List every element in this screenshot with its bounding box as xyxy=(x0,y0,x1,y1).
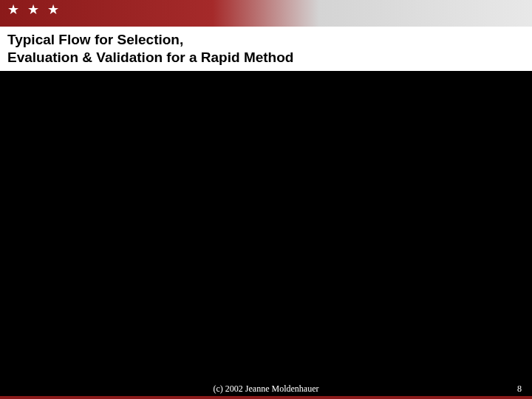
arrow-icon xyxy=(359,152,365,157)
connector xyxy=(161,154,162,188)
footer-stripe xyxy=(0,396,532,399)
connector xyxy=(59,132,60,188)
page-number: 8 xyxy=(517,383,522,395)
flag-stars-icon: ★ ★ ★ xyxy=(7,1,61,18)
arrow-icon xyxy=(325,220,330,226)
connector xyxy=(362,154,363,197)
node-determine-requirements: Determine what test requirements and spe… xyxy=(22,188,100,262)
connector xyxy=(471,154,508,154)
node-continue-existing: Continue using existing method xyxy=(272,97,405,113)
footer: (c) 2002 Jeanne Moldenhauer 8 xyxy=(0,383,532,395)
arrow-icon xyxy=(266,102,271,108)
arrow-icon xyxy=(219,220,224,226)
arrow-icon xyxy=(56,183,62,188)
arrow-icon xyxy=(426,220,431,226)
header-banner: ★ ★ ★ xyxy=(0,0,532,27)
node-look-alternate: Look at alternate methods and see if the… xyxy=(123,188,201,262)
title-line-1: Typical Flow for Selection, xyxy=(7,32,183,47)
connector xyxy=(508,154,509,189)
arrow-icon xyxy=(118,220,123,226)
node-feasibility-testing: Perform sufficient feasibility proof of … xyxy=(223,194,301,254)
title-line-2: Evaluation & Validation for a Rapid Meth… xyxy=(7,50,293,65)
copyright-text: (c) 2002 Jeanne Moldenhauer xyxy=(0,383,532,395)
connector xyxy=(346,294,395,295)
node-validation-protocol: Plan and execute validation protocol. We… xyxy=(430,189,504,256)
arrow-icon xyxy=(341,291,347,297)
label-no-3: No xyxy=(368,169,379,178)
arrow-icon xyxy=(463,282,468,287)
node-implement-test: Implement test (after approval) xyxy=(213,287,346,303)
flowchart: Is current compendial or industry standa… xyxy=(0,71,532,315)
node-evaluate-alternate: Evaluate other alternate methods, reject… xyxy=(309,132,471,154)
label-no-1: No xyxy=(28,156,39,165)
node-testing-results: Does testing yield acceptable results xyxy=(330,197,398,248)
label-yes-1: Yes xyxy=(207,90,221,99)
node-compendial-question: Is current compendial or industry standa… xyxy=(46,97,191,131)
node-submit-regulatory: Submit regulatory supplement if required xyxy=(395,287,513,309)
page-title: Typical Flow for Selection, Evaluation &… xyxy=(0,27,532,71)
